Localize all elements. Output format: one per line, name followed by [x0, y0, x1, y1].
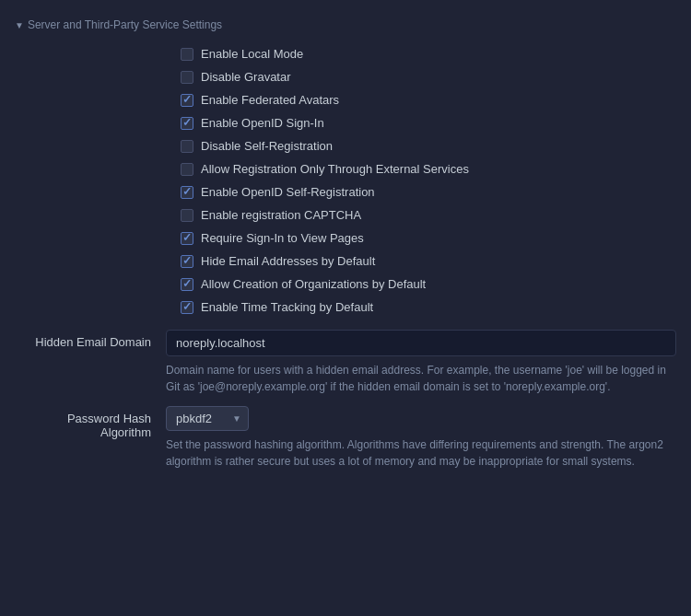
checkbox-row-allow-creation-organizations: Allow Creation of Organizations by Defau…	[166, 273, 676, 296]
password-hash-label: Password Hash Algorithm	[15, 406, 166, 439]
checkbox-row-enable-registration-captcha: Enable registration CAPTCHA	[166, 203, 676, 227]
checkbox-enable-openid-signin[interactable]	[181, 117, 193, 130]
checkboxes-area: Enable Local ModeDisable GravatarEnable …	[15, 42, 676, 319]
password-hash-select-wrapper: pbkdf2argon2bcryptscrypt ▼	[166, 406, 249, 431]
checkbox-label-disable-gravatar[interactable]: Disable Gravatar	[201, 70, 291, 84]
checkbox-allow-registration-external[interactable]	[181, 163, 193, 176]
settings-section: ▼ Server and Third-Party Service Setting…	[0, 11, 691, 488]
checkbox-label-require-signin-view-pages[interactable]: Require Sign-In to View Pages	[201, 231, 364, 245]
checkbox-row-enable-openid-signin: Enable OpenID Sign-In	[166, 111, 676, 134]
hidden-email-domain-content: Domain name for users with a hidden emai…	[166, 330, 676, 395]
triangle-icon: ▼	[15, 20, 24, 30]
hidden-email-domain-input[interactable]	[166, 330, 676, 356]
checkbox-label-enable-registration-captcha[interactable]: Enable registration CAPTCHA	[201, 208, 361, 222]
checkbox-label-enable-openid-signin[interactable]: Enable OpenID Sign-In	[201, 116, 324, 130]
checkbox-row-enable-local-mode: Enable Local Mode	[166, 42, 676, 65]
checkbox-disable-gravatar[interactable]	[181, 71, 193, 84]
password-hash-content: pbkdf2argon2bcryptscrypt ▼ Set the passw…	[166, 406, 676, 470]
hidden-email-domain-hint: Domain name for users with a hidden emai…	[166, 362, 676, 395]
checkbox-row-hide-email-addresses: Hide Email Addresses by Default	[166, 250, 676, 273]
checkbox-disable-self-registration[interactable]	[181, 140, 193, 153]
checkbox-label-enable-local-mode[interactable]: Enable Local Mode	[201, 47, 303, 61]
checkbox-row-enable-time-tracking: Enable Time Tracking by Default	[166, 296, 676, 319]
section-header: ▼ Server and Third-Party Service Setting…	[15, 18, 676, 31]
password-hash-row: Password Hash Algorithm pbkdf2argon2bcry…	[15, 406, 676, 470]
hidden-email-domain-row: Hidden Email Domain Domain name for user…	[15, 330, 676, 395]
checkbox-label-hide-email-addresses[interactable]: Hide Email Addresses by Default	[201, 254, 375, 268]
checkbox-require-signin-view-pages[interactable]	[181, 232, 193, 245]
checkbox-hide-email-addresses[interactable]	[181, 255, 193, 268]
checkbox-row-disable-self-registration: Disable Self-Registration	[166, 134, 676, 157]
checkbox-label-allow-registration-external[interactable]: Allow Registration Only Through External…	[201, 162, 469, 176]
checkbox-row-enable-federated-avatars: Enable Federated Avatars	[166, 88, 676, 111]
checkbox-label-disable-self-registration[interactable]: Disable Self-Registration	[201, 139, 333, 153]
checkbox-row-allow-registration-external: Allow Registration Only Through External…	[166, 157, 676, 180]
hidden-email-domain-label: Hidden Email Domain	[15, 330, 166, 349]
checkbox-enable-openid-self-registration[interactable]	[181, 186, 193, 199]
checkbox-enable-federated-avatars[interactable]	[181, 94, 193, 107]
checkbox-enable-registration-captcha[interactable]	[181, 209, 193, 222]
checkbox-label-enable-openid-self-registration[interactable]: Enable OpenID Self-Registration	[201, 185, 375, 199]
checkbox-enable-time-tracking[interactable]	[181, 301, 193, 314]
checkbox-row-require-signin-view-pages: Require Sign-In to View Pages	[166, 227, 676, 250]
checkbox-label-enable-federated-avatars[interactable]: Enable Federated Avatars	[201, 93, 339, 107]
checkbox-row-disable-gravatar: Disable Gravatar	[166, 65, 676, 88]
password-hash-select[interactable]: pbkdf2argon2bcryptscrypt	[166, 406, 249, 431]
checkbox-label-allow-creation-organizations[interactable]: Allow Creation of Organizations by Defau…	[201, 277, 426, 291]
checkbox-enable-local-mode[interactable]	[181, 48, 193, 61]
checkbox-row-enable-openid-self-registration: Enable OpenID Self-Registration	[166, 180, 676, 203]
checkbox-allow-creation-organizations[interactable]	[181, 278, 193, 291]
password-hash-hint: Set the password hashing algorithm. Algo…	[166, 436, 676, 470]
section-title: Server and Third-Party Service Settings	[28, 18, 222, 31]
checkbox-label-enable-time-tracking[interactable]: Enable Time Tracking by Default	[201, 300, 373, 314]
